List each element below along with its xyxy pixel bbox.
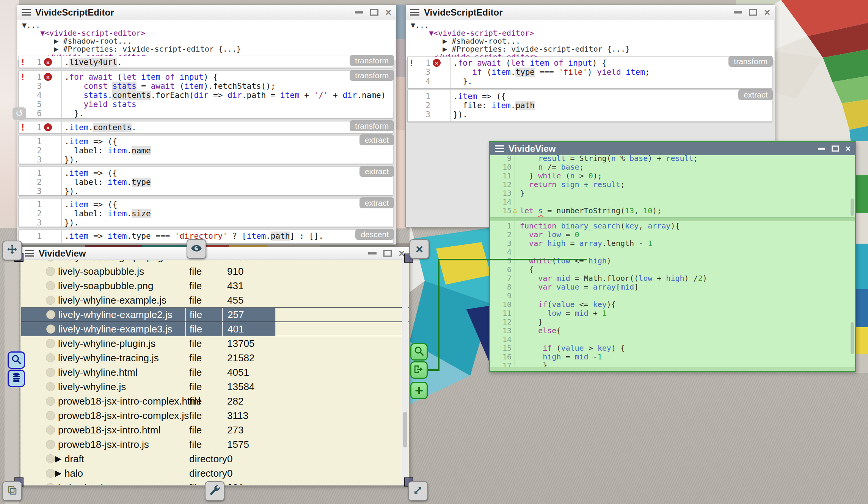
list-item[interactable]: lively-whyline-plugin.js file 13705 <box>21 336 409 351</box>
code-line[interactable]: 6 }. <box>19 109 393 118</box>
file-bullet-icon[interactable] <box>46 310 55 319</box>
file-bullet-icon[interactable] <box>46 260 55 261</box>
code-line[interactable]: 5 yield stats <box>19 100 393 109</box>
list-item[interactable]: lively-whyline-tracing.js file 21582 <box>21 351 409 365</box>
step-tag[interactable]: transform <box>350 55 394 66</box>
dom-tree-node[interactable]: ▶ #shadow-root... <box>17 37 396 45</box>
file-bullet-icon[interactable] <box>46 296 55 305</box>
code-line[interactable]: 16 high = mid -1 <box>490 353 855 361</box>
code-line[interactable]: 1 .item => item.type === 'directory' ? [… <box>19 232 393 241</box>
code-text[interactable]: .item => ({ <box>453 92 506 101</box>
dom-tree-node[interactable]: ▼... <box>406 21 774 29</box>
code-text[interactable]: .item => ({ <box>64 137 117 146</box>
titlebar[interactable]: VivideView × <box>490 142 855 155</box>
menu-icon[interactable] <box>25 250 34 257</box>
code-text[interactable]: .item => ({ <box>64 200 117 209</box>
code-text[interactable]: const stats = await (item).fetchStats(); <box>64 82 275 91</box>
code-line[interactable]: 6 { <box>490 265 855 274</box>
list-item[interactable]: lively-whyline-example.js file 455 <box>21 293 409 307</box>
code-text[interactable]: .item.contents. <box>64 123 137 132</box>
code-line[interactable]: 1 .item => ({ <box>19 169 393 178</box>
halo-copy-button[interactable] <box>2 481 22 501</box>
code-line[interactable]: 2 label: item.name <box>19 146 393 155</box>
code-text[interactable]: n /= base; <box>520 162 584 172</box>
code-text[interactable]: low = mid + 1 <box>520 309 607 318</box>
script-step-source[interactable]: transform ! 1 × .lively4url. <box>19 56 393 68</box>
halo-wrench-button[interactable] <box>205 481 224 501</box>
list-item[interactable]: lively-whyline-example3.js file 401 <box>21 322 409 336</box>
halo-eye-button[interactable] <box>187 239 206 259</box>
list-item[interactable]: proweb18-jsx-intro-complex.html file 282 <box>21 394 409 408</box>
code-line[interactable]: 14 <box>490 335 855 344</box>
list-item[interactable]: lively-module-graph.png file 44054 <box>21 260 409 264</box>
code-text[interactable]: } <box>520 189 524 198</box>
code-text[interactable]: label: item.name <box>64 146 151 155</box>
undo-tab[interactable]: ↺ <box>13 107 26 120</box>
code-text[interactable]: } <box>520 317 543 326</box>
close-button[interactable]: × <box>846 144 851 153</box>
file-bullet-icon[interactable] <box>46 483 55 485</box>
add-script-button[interactable]: + <box>410 382 428 399</box>
halo-close-button[interactable]: × <box>410 239 429 259</box>
code-line[interactable]: 1 .item => ({ <box>408 92 772 101</box>
code-text[interactable]: high = mid -1 <box>520 352 602 361</box>
code-text[interactable]: while(low <= high) <box>520 256 611 265</box>
expand-arrow-icon[interactable]: ▶ <box>55 454 61 464</box>
code-text[interactable]: }). <box>64 218 79 227</box>
code-text[interactable]: }. <box>64 109 84 118</box>
dom-tree-node[interactable]: ▼<vivide-script-editor> <box>17 29 396 37</box>
maximize-button[interactable] <box>832 146 839 152</box>
list-item[interactable]: ▶ draft directory 0 <box>21 452 409 466</box>
code-line[interactable]: 12 return sign + result; <box>490 180 855 189</box>
titlebar[interactable]: VivideView × <box>20 247 409 260</box>
scrollbar-thumb[interactable] <box>403 412 407 447</box>
halo-resize-button[interactable] <box>408 481 428 501</box>
code-line[interactable]: 1 function binary_search(key, array){ <box>490 222 855 230</box>
dom-tree-node[interactable]: ▼... <box>17 21 396 29</box>
code-text[interactable]: stats.contents.forEach(dir => dir.path =… <box>64 91 386 100</box>
scrollbar[interactable] <box>402 260 408 485</box>
step-tag[interactable]: extract <box>359 166 394 177</box>
code-text[interactable]: }). <box>64 155 79 164</box>
menu-icon[interactable] <box>22 9 31 16</box>
inspect-button[interactable] <box>410 343 428 361</box>
script-step-transform[interactable]: transform ! 1 × .for await (let item of … <box>407 57 772 88</box>
minimize-button[interactable] <box>734 11 742 14</box>
code-line[interactable]: 4 <box>490 248 855 257</box>
script-step-transform[interactable]: transform ! 1 × .item.contents. <box>19 121 393 133</box>
file-bullet-icon[interactable] <box>46 469 55 478</box>
code-line[interactable]: 14 <box>490 198 855 206</box>
step-tag[interactable]: transform <box>350 120 394 131</box>
file-bullet-icon[interactable] <box>46 368 55 377</box>
code-line[interactable]: 3 }). <box>408 110 772 119</box>
minimize-button[interactable] <box>368 252 377 255</box>
code-text[interactable]: .for await (let item of input) { <box>64 72 218 82</box>
code-line[interactable]: 13 else{ <box>490 326 855 335</box>
maximize-button[interactable] <box>749 9 757 16</box>
code-text[interactable]: }. <box>453 77 472 86</box>
file-bullet-icon[interactable] <box>46 382 55 391</box>
list-item[interactable]: lively-whyline.js file 13584 <box>21 380 409 394</box>
code-pane-binary-search[interactable]: 1 function binary_search(key, array){ 2 … <box>490 220 855 369</box>
code-text[interactable]: var high = array.length - 1 <box>520 239 652 248</box>
menu-icon[interactable] <box>495 145 504 152</box>
code-line[interactable]: ! 1 × .lively4url. <box>19 58 393 67</box>
maximize-button[interactable] <box>370 9 378 16</box>
step-tag[interactable]: transform <box>728 56 773 67</box>
code-line[interactable]: 12 } <box>490 318 855 326</box>
minimize-button[interactable] <box>355 11 363 14</box>
code-line[interactable]: 2 file: item.path <box>408 101 772 110</box>
list-item[interactable]: proweb18-jsx-intro.html file 273 <box>21 423 409 437</box>
maximize-button[interactable] <box>383 250 392 257</box>
code-text[interactable]: result = String(n % base) + result; <box>520 155 698 163</box>
code-text[interactable]: else{ <box>520 326 561 335</box>
code-line[interactable]: ! 1 × .item.contents. <box>19 123 393 132</box>
file-bullet-icon[interactable] <box>46 411 55 420</box>
dom-tree-node[interactable]: ▶ #Properties: vivide-script-editor {...… <box>406 45 774 53</box>
code-line[interactable]: 9 result = String(n % base) + result; <box>490 155 855 163</box>
code-line[interactable]: 3 const stats = await (item).fetchStats(… <box>19 82 393 91</box>
file-bullet-icon[interactable] <box>46 440 55 449</box>
code-text[interactable]: if (item.type === 'file') yield item; <box>453 68 650 77</box>
step-tag[interactable]: extract <box>359 134 394 145</box>
file-bullet-icon[interactable] <box>46 397 55 406</box>
